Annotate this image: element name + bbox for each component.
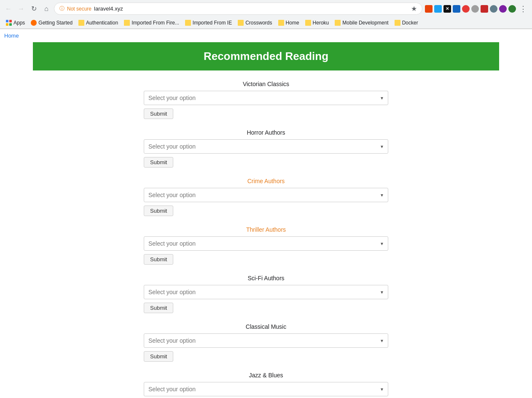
- bookmark-star-icon[interactable]: ★: [411, 5, 417, 13]
- refresh-button[interactable]: ↻: [29, 4, 39, 14]
- select-thriller-authors[interactable]: Select your option: [144, 236, 388, 251]
- home-button[interactable]: ⌂: [41, 4, 51, 14]
- select-wrapper-crime-authors: Select your option: [144, 188, 388, 202]
- select-crime-authors[interactable]: Select your option: [144, 188, 388, 202]
- bookmarks-bar: Apps Getting Started Authentication Impo…: [0, 17, 532, 29]
- select-wrapper-classical-music: Select your option: [144, 333, 388, 348]
- ext-icon-9[interactable]: [499, 5, 507, 13]
- bookmark-crosswords-label: Crosswords: [245, 20, 272, 26]
- bookmark-apps-label: Apps: [13, 20, 25, 26]
- submit-button-scifi-authors[interactable]: Submit: [144, 303, 173, 313]
- section-classical-music: Classical Music Select your option Submi…: [144, 317, 388, 362]
- ext-icon-5[interactable]: [462, 5, 470, 13]
- firefox-icon: [31, 20, 37, 26]
- ext-icon-1[interactable]: [425, 5, 433, 13]
- submit-button-horror-authors[interactable]: Submit: [144, 157, 173, 168]
- bookmark-home-label: Home: [286, 20, 299, 26]
- section-horror-authors: Horror Authors Select your option Submit: [144, 123, 388, 168]
- section-scifi-authors: Sci-Fi Authors Select your option Submit: [144, 269, 388, 313]
- select-wrapper-victorian-classics: Select your option: [144, 91, 388, 105]
- page-content: Home Recommended Reading Victorian Class…: [0, 29, 532, 398]
- bookmark-imported-ie[interactable]: Imported From IE: [183, 19, 234, 27]
- select-wrapper-horror-authors: Select your option: [144, 139, 388, 154]
- section-thriller-authors: Thriller Authors Select your option Subm…: [144, 220, 388, 265]
- section-crime-authors: Crime Authors Select your option Submit: [144, 172, 388, 216]
- folder-icon-4: [238, 20, 244, 26]
- ext-icon-2[interactable]: [434, 5, 442, 13]
- section-title-thriller-authors: Thriller Authors: [144, 220, 388, 236]
- folder-icon-3: [185, 20, 191, 26]
- section-title-classical-music: Classical Music: [144, 317, 388, 333]
- bookmark-imported-ie-label: Imported From IE: [193, 20, 232, 26]
- sections-container: Victorian Classics Select your option Su…: [0, 70, 532, 398]
- bookmark-docker[interactable]: Docker: [392, 19, 421, 27]
- bookmark-mobile-dev-label: Mobile Development: [342, 20, 388, 26]
- ext-icon-7[interactable]: [481, 5, 488, 13]
- section-title-horror-authors: Horror Authors: [144, 123, 388, 139]
- section-title-scifi-authors: Sci-Fi Authors: [144, 269, 388, 285]
- ext-icon-4[interactable]: [453, 5, 460, 13]
- submit-button-thriller-authors[interactable]: Submit: [144, 254, 173, 265]
- folder-icon-6: [305, 20, 311, 26]
- folder-icon-5: [278, 20, 284, 26]
- section-victorian-classics: Victorian Classics Select your option Su…: [144, 75, 388, 119]
- ext-icon-10[interactable]: [508, 5, 516, 13]
- ext-icon-3[interactable]: ✕: [443, 5, 451, 13]
- folder-icon-2: [124, 20, 130, 26]
- security-label: Not secure: [67, 6, 91, 12]
- security-icon: ⓘ: [59, 5, 64, 12]
- page-header: Recommended Reading: [33, 42, 499, 70]
- bookmark-imported-fire-label: Imported From Fire...: [132, 20, 179, 26]
- select-classical-music[interactable]: Select your option: [144, 333, 388, 348]
- bookmark-apps[interactable]: Apps: [3, 19, 27, 27]
- bookmark-getting-started[interactable]: Getting Started: [28, 19, 75, 27]
- bookmark-getting-started-label: Getting Started: [38, 20, 73, 26]
- ext-icon-6[interactable]: [471, 5, 479, 13]
- select-wrapper-scifi-authors: Select your option: [144, 285, 388, 299]
- select-horror-authors[interactable]: Select your option: [144, 139, 388, 154]
- address-bar[interactable]: ⓘ Not secure laravel4.xyz ★: [54, 3, 422, 15]
- bookmark-authentication-label: Authentication: [86, 20, 118, 26]
- breadcrumb-home-link[interactable]: Home: [4, 32, 19, 39]
- browser-extensions: ✕ ⋮: [425, 3, 529, 14]
- bookmark-docker-label: Docker: [402, 20, 418, 26]
- bookmark-heroku[interactable]: Heroku: [303, 19, 332, 27]
- folder-icon-1: [78, 20, 84, 26]
- breadcrumb: Home: [0, 29, 532, 42]
- browser-chrome: ← → ↻ ⌂ ⓘ Not secure laravel4.xyz ★ ✕ ⋮: [0, 0, 532, 29]
- submit-button-victorian-classics[interactable]: Submit: [144, 108, 173, 119]
- bookmark-heroku-label: Heroku: [313, 20, 329, 26]
- bookmark-mobile-dev[interactable]: Mobile Development: [332, 19, 391, 27]
- bookmark-imported-fire[interactable]: Imported From Fire...: [121, 19, 182, 27]
- bookmark-home[interactable]: Home: [276, 19, 302, 27]
- submit-button-classical-music[interactable]: Submit: [144, 351, 173, 362]
- section-jazz-blues: Jazz & Blues Select your option Submit: [144, 366, 388, 398]
- apps-grid-icon: [6, 20, 12, 26]
- bookmark-crosswords[interactable]: Crosswords: [235, 19, 274, 27]
- select-wrapper-thriller-authors: Select your option: [144, 236, 388, 251]
- extensions-menu[interactable]: ⋮: [518, 3, 529, 14]
- section-title-crime-authors: Crime Authors: [144, 172, 388, 188]
- select-wrapper-jazz-blues: Select your option: [144, 382, 388, 396]
- section-title-victorian-classics: Victorian Classics: [144, 75, 388, 91]
- ext-icon-8[interactable]: [490, 5, 497, 13]
- url-display: laravel4.xyz: [94, 5, 123, 12]
- select-jazz-blues[interactable]: Select your option: [144, 382, 388, 396]
- browser-toolbar: ← → ↻ ⌂ ⓘ Not secure laravel4.xyz ★ ✕ ⋮: [0, 0, 532, 17]
- bookmark-authentication[interactable]: Authentication: [76, 19, 121, 27]
- back-button[interactable]: ←: [3, 4, 13, 14]
- forward-button[interactable]: →: [16, 4, 26, 14]
- folder-icon-7: [335, 20, 341, 26]
- folder-icon-8: [395, 20, 400, 26]
- section-title-jazz-blues: Jazz & Blues: [144, 366, 388, 382]
- select-scifi-authors[interactable]: Select your option: [144, 285, 388, 299]
- select-victorian-classics[interactable]: Select your option: [144, 91, 388, 105]
- submit-button-crime-authors[interactable]: Submit: [144, 206, 173, 216]
